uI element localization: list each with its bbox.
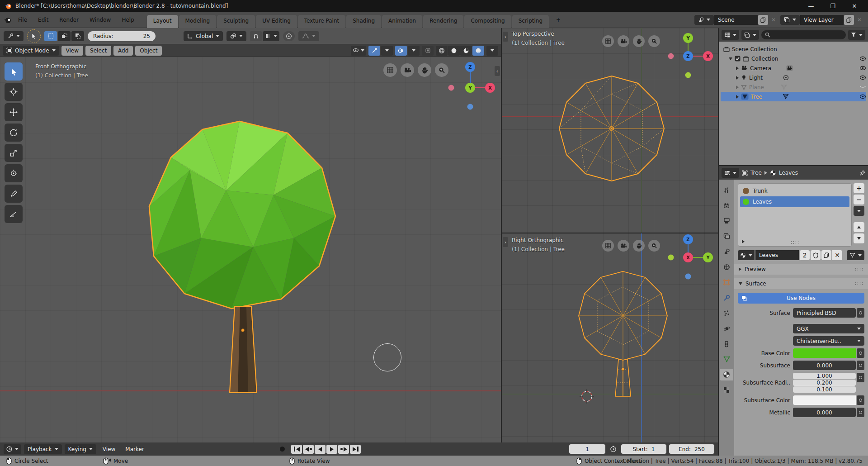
tab-texture[interactable] [720,384,733,396]
scene-unlink-button[interactable]: ✕ [769,15,778,25]
slot-trunk[interactable]: Trunk [740,185,849,196]
outliner-row-collection[interactable]: Collection [721,54,866,63]
tab-uv-editing[interactable]: UV Editing [256,15,297,28]
select-mode-subtract[interactable] [71,31,84,41]
radius-field[interactable]: Radius: 25 [88,31,156,41]
tab-animation[interactable]: Animation [382,15,422,28]
xray-toggle[interactable] [422,46,434,56]
use-nodes-button[interactable]: Use Nodes [738,293,864,304]
tab-constraints[interactable] [720,338,733,350]
subsurface-color-animate-dot[interactable] [857,395,864,405]
tab-particles[interactable] [720,307,733,319]
next-keyframe-button[interactable] [338,445,349,454]
tab-sculpting[interactable]: Sculpting [217,15,255,28]
new-material-button[interactable] [821,250,831,260]
outliner-row-plane[interactable]: Plane [721,82,866,92]
current-frame-field[interactable]: 1 [569,444,605,454]
tab-scripting[interactable]: Scripting [512,15,549,28]
shading-material[interactable] [460,46,472,56]
tab-rendering[interactable]: Rendering [423,15,463,28]
timeline-marker-menu[interactable]: Marker [122,446,147,452]
visibility-dropdown[interactable] [351,46,366,56]
move-slot-up-button[interactable] [854,222,864,232]
menu-edit[interactable]: Edit [33,15,53,24]
subsurface-animate-dot[interactable] [857,361,864,370]
subsurface-method-dropdown[interactable]: Christensen-Bu.. [793,336,864,346]
view-layer-name-field[interactable]: View Layer [800,15,844,25]
pin-icon[interactable] [859,170,865,176]
outliner-search-input[interactable] [761,30,846,39]
shading-rendered[interactable] [472,46,484,56]
close-button[interactable]: ✕ [845,0,863,12]
prev-keyframe-button[interactable] [303,445,314,454]
metallic-slider[interactable]: 0.000 [793,408,856,417]
slot-leaves[interactable]: Leaves [740,196,849,207]
gizmos-dropdown[interactable] [381,46,393,56]
tab-texture-paint[interactable]: Texture Paint [298,15,345,28]
timeline-editor-dropdown[interactable] [4,444,21,454]
stopwatch-icon[interactable] [610,446,617,452]
frame-end-field[interactable]: End: 250 [669,444,714,454]
tab-physics[interactable] [720,323,733,334]
slot-list-expand[interactable] [742,240,745,243]
disclosure-triangle[interactable] [736,95,739,99]
subsurface-slider[interactable]: 0.000 [793,361,856,370]
active-tool-dropdown[interactable] [4,31,24,41]
tab-modifiers[interactable] [720,292,733,304]
surface-panel-header[interactable]: Surface [734,278,868,289]
material-name-field[interactable]: Leaves [755,250,799,260]
view-menu[interactable]: View [61,46,83,56]
mode-dropdown[interactable]: Object Mode [3,46,59,56]
scene-name-field[interactable]: Scene [714,15,758,25]
display-mode-dropdown[interactable] [741,30,759,40]
preview-panel-header[interactable]: Preview [734,264,868,275]
proportional-falloff-dropdown[interactable] [298,31,319,41]
maximize-button[interactable]: ❐ [824,0,842,12]
link-mode-dropdown[interactable] [847,250,864,260]
blender-menu-icon[interactable] [4,16,12,24]
disclosure-triangle[interactable] [729,57,732,60]
tab-output[interactable] [720,215,733,227]
tab-scene[interactable] [720,246,733,257]
keying-menu[interactable]: Keying [65,444,96,454]
tab-world[interactable] [720,261,733,273]
distribution-dropdown[interactable]: GGX [793,324,864,333]
disclosure-triangle[interactable] [736,67,739,70]
base-color-animate-dot[interactable] [857,348,864,358]
snap-settings-dropdown[interactable] [263,31,279,41]
snap-toggle[interactable] [250,31,262,41]
timeline-view-menu[interactable]: View [99,446,119,452]
tab-view-layer[interactable] [720,230,733,242]
fake-user-button[interactable] [811,250,821,260]
view-layer-remove-button[interactable]: ✕ [854,15,864,25]
tab-modeling[interactable]: Modeling [179,15,217,28]
material-users-button[interactable]: 2 [800,250,810,260]
slot-specials-dropdown[interactable] [854,206,864,216]
remove-slot-button[interactable]: − [854,195,864,204]
viewport-top-area[interactable]: › Top Perspective (1) Collection | Tree … [502,28,718,233]
outliner-row-scene-collection[interactable]: Scene Collection [721,44,866,54]
unlink-material-button[interactable]: ✕ [832,250,842,260]
shading-dropdown[interactable] [486,46,498,56]
browse-material-dropdown[interactable] [738,250,755,260]
menu-window[interactable]: Window [85,15,115,24]
viewport-bottom-area[interactable]: › Right Orthographic (1) Collection | Tr… [502,233,718,442]
menu-help[interactable]: Help [117,15,138,24]
viewport-3d-canvas[interactable]: Front Orthographic (1) Collection | Tree… [0,57,501,442]
breadcrumb-material[interactable]: Leaves [779,170,798,176]
tab-object-data[interactable] [720,353,733,365]
base-color-swatch[interactable] [793,348,856,358]
tab-layout[interactable]: Layout [147,15,178,28]
tab-shading[interactable]: Shading [346,15,381,28]
select-mode-new[interactable] [44,31,57,41]
scene-new-button[interactable] [758,15,768,25]
shading-solid[interactable] [448,46,460,56]
tab-compositing[interactable]: Compositing [464,15,511,28]
outliner-row-light[interactable]: Light [721,73,866,82]
eye-visible-icon[interactable] [859,75,866,80]
radius-animate-dot[interactable] [857,373,864,382]
move-slot-down-button[interactable] [854,233,864,243]
object-menu[interactable]: Object [135,46,162,56]
surface-animate-dot[interactable] [857,308,864,318]
scene-browse-button[interactable] [694,15,714,25]
